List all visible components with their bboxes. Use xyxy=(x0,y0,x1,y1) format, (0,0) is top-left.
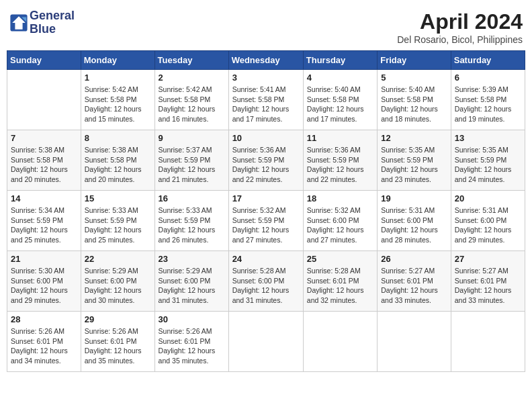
day-info: Sunrise: 5:42 AM Sunset: 5:58 PM Dayligh… xyxy=(85,85,151,124)
calendar-cell: 21Sunrise: 5:30 AM Sunset: 6:00 PM Dayli… xyxy=(7,251,81,312)
calendar-cell xyxy=(228,312,303,372)
calendar-table: SundayMondayTuesdayWednesdayThursdayFrid… xyxy=(7,50,525,372)
location: Del Rosario, Bicol, Philippines xyxy=(397,34,523,45)
day-number: 28 xyxy=(11,314,77,324)
day-info: Sunrise: 5:27 AM Sunset: 6:01 PM Dayligh… xyxy=(381,266,447,306)
day-number: 25 xyxy=(307,254,373,264)
day-number: 18 xyxy=(307,193,373,203)
day-number: 9 xyxy=(159,133,225,143)
logo-line2: Blue xyxy=(30,23,75,36)
calendar-cell: 11Sunrise: 5:36 AM Sunset: 5:59 PM Dayli… xyxy=(303,130,377,191)
day-info: Sunrise: 5:28 AM Sunset: 6:00 PM Dayligh… xyxy=(232,266,300,306)
day-number: 16 xyxy=(159,193,225,203)
calendar-cell: 28Sunrise: 5:26 AM Sunset: 6:01 PM Dayli… xyxy=(7,312,81,372)
day-number: 13 xyxy=(455,133,521,143)
weekday-header: Monday xyxy=(81,51,154,70)
calendar-cell: 23Sunrise: 5:29 AM Sunset: 6:00 PM Dayli… xyxy=(154,251,228,312)
day-number: 10 xyxy=(232,133,300,143)
day-info: Sunrise: 5:35 AM Sunset: 5:59 PM Dayligh… xyxy=(455,145,521,185)
day-info: Sunrise: 5:31 AM Sunset: 6:00 PM Dayligh… xyxy=(455,205,521,245)
day-number: 14 xyxy=(11,193,77,203)
day-number: 29 xyxy=(85,314,151,324)
day-info: Sunrise: 5:37 AM Sunset: 5:59 PM Dayligh… xyxy=(159,145,225,185)
weekday-header: Wednesday xyxy=(228,51,303,70)
month-title: April 2024 xyxy=(397,9,523,34)
calendar-week-row: 28Sunrise: 5:26 AM Sunset: 6:01 PM Dayli… xyxy=(7,312,525,372)
weekday-header: Friday xyxy=(378,51,451,70)
day-info: Sunrise: 5:41 AM Sunset: 5:58 PM Dayligh… xyxy=(232,85,300,124)
day-info: Sunrise: 5:29 AM Sunset: 6:00 PM Dayligh… xyxy=(159,266,225,306)
day-number: 2 xyxy=(159,73,225,83)
day-info: Sunrise: 5:34 AM Sunset: 5:59 PM Dayligh… xyxy=(11,205,77,245)
calendar-week-row: 7Sunrise: 5:38 AM Sunset: 5:58 PM Daylig… xyxy=(7,130,525,191)
calendar-cell: 30Sunrise: 5:26 AM Sunset: 6:01 PM Dayli… xyxy=(154,312,228,372)
day-info: Sunrise: 5:33 AM Sunset: 5:59 PM Dayligh… xyxy=(159,205,225,245)
day-info: Sunrise: 5:39 AM Sunset: 5:58 PM Dayligh… xyxy=(455,85,521,124)
calendar-cell: 4Sunrise: 5:40 AM Sunset: 5:58 PM Daylig… xyxy=(303,70,377,130)
day-number: 20 xyxy=(455,193,521,203)
calendar-cell: 15Sunrise: 5:33 AM Sunset: 5:59 PM Dayli… xyxy=(81,191,154,251)
day-info: Sunrise: 5:35 AM Sunset: 5:59 PM Dayligh… xyxy=(381,145,447,185)
calendar-cell: 18Sunrise: 5:32 AM Sunset: 6:00 PM Dayli… xyxy=(303,191,377,251)
calendar-cell: 25Sunrise: 5:28 AM Sunset: 6:01 PM Dayli… xyxy=(303,251,377,312)
calendar-cell: 27Sunrise: 5:27 AM Sunset: 6:01 PM Dayli… xyxy=(451,251,525,312)
day-number: 22 xyxy=(85,254,151,264)
day-number: 17 xyxy=(232,193,300,203)
weekday-header: Sunday xyxy=(7,51,81,70)
calendar-cell: 20Sunrise: 5:31 AM Sunset: 6:00 PM Dayli… xyxy=(451,191,525,251)
day-number: 6 xyxy=(455,73,521,83)
calendar-cell: 7Sunrise: 5:38 AM Sunset: 5:58 PM Daylig… xyxy=(7,130,81,191)
day-number: 8 xyxy=(85,133,151,143)
calendar-cell xyxy=(451,312,525,372)
weekday-header: Tuesday xyxy=(154,51,228,70)
day-info: Sunrise: 5:27 AM Sunset: 6:01 PM Dayligh… xyxy=(455,266,521,306)
day-number: 11 xyxy=(307,133,373,143)
calendar-cell xyxy=(7,70,81,130)
day-number: 15 xyxy=(85,193,151,203)
calendar-cell: 6Sunrise: 5:39 AM Sunset: 5:58 PM Daylig… xyxy=(451,70,525,130)
day-info: Sunrise: 5:40 AM Sunset: 5:58 PM Dayligh… xyxy=(307,85,373,124)
day-info: Sunrise: 5:36 AM Sunset: 5:59 PM Dayligh… xyxy=(232,145,300,185)
calendar-cell: 22Sunrise: 5:29 AM Sunset: 6:00 PM Dayli… xyxy=(81,251,154,312)
day-info: Sunrise: 5:38 AM Sunset: 5:58 PM Dayligh… xyxy=(85,145,151,185)
day-info: Sunrise: 5:32 AM Sunset: 6:00 PM Dayligh… xyxy=(307,205,373,245)
day-number: 26 xyxy=(381,254,447,264)
day-number: 21 xyxy=(11,254,77,264)
day-number: 12 xyxy=(381,133,447,143)
weekday-header: Thursday xyxy=(303,51,377,70)
calendar-cell: 13Sunrise: 5:35 AM Sunset: 5:59 PM Dayli… xyxy=(451,130,525,191)
day-info: Sunrise: 5:29 AM Sunset: 6:00 PM Dayligh… xyxy=(85,266,151,306)
calendar-cell: 10Sunrise: 5:36 AM Sunset: 5:59 PM Dayli… xyxy=(228,130,303,191)
day-info: Sunrise: 5:32 AM Sunset: 5:59 PM Dayligh… xyxy=(232,205,300,245)
calendar-week-row: 14Sunrise: 5:34 AM Sunset: 5:59 PM Dayli… xyxy=(7,191,525,251)
calendar-cell: 14Sunrise: 5:34 AM Sunset: 5:59 PM Dayli… xyxy=(7,191,81,251)
calendar-cell: 2Sunrise: 5:42 AM Sunset: 5:58 PM Daylig… xyxy=(154,70,228,130)
day-number: 19 xyxy=(381,193,447,203)
day-number: 30 xyxy=(159,314,225,324)
calendar-cell: 16Sunrise: 5:33 AM Sunset: 5:59 PM Dayli… xyxy=(154,191,228,251)
day-number: 3 xyxy=(232,73,300,83)
calendar-cell: 29Sunrise: 5:26 AM Sunset: 6:01 PM Dayli… xyxy=(81,312,154,372)
day-number: 5 xyxy=(381,73,447,83)
page-header: General Blue April 2024 Del Rosario, Bic… xyxy=(7,7,525,45)
calendar-cell: 17Sunrise: 5:32 AM Sunset: 5:59 PM Dayli… xyxy=(228,191,303,251)
day-info: Sunrise: 5:36 AM Sunset: 5:59 PM Dayligh… xyxy=(307,145,373,185)
calendar-week-row: 1Sunrise: 5:42 AM Sunset: 5:58 PM Daylig… xyxy=(7,70,525,130)
day-info: Sunrise: 5:28 AM Sunset: 6:01 PM Dayligh… xyxy=(307,266,373,306)
day-info: Sunrise: 5:33 AM Sunset: 5:59 PM Dayligh… xyxy=(85,205,151,245)
calendar-cell: 9Sunrise: 5:37 AM Sunset: 5:59 PM Daylig… xyxy=(154,130,228,191)
calendar-cell: 12Sunrise: 5:35 AM Sunset: 5:59 PM Dayli… xyxy=(378,130,451,191)
day-info: Sunrise: 5:40 AM Sunset: 5:58 PM Dayligh… xyxy=(381,85,447,124)
calendar-cell: 1Sunrise: 5:42 AM Sunset: 5:58 PM Daylig… xyxy=(81,70,154,130)
day-info: Sunrise: 5:42 AM Sunset: 5:58 PM Dayligh… xyxy=(159,85,225,124)
title-block: April 2024 Del Rosario, Bicol, Philippin… xyxy=(397,9,523,45)
day-number: 7 xyxy=(11,133,77,143)
calendar-cell xyxy=(303,312,377,372)
day-info: Sunrise: 5:26 AM Sunset: 6:01 PM Dayligh… xyxy=(159,326,225,366)
day-info: Sunrise: 5:31 AM Sunset: 6:00 PM Dayligh… xyxy=(381,205,447,245)
calendar-cell: 19Sunrise: 5:31 AM Sunset: 6:00 PM Dayli… xyxy=(378,191,451,251)
calendar-header-row: SundayMondayTuesdayWednesdayThursdayFrid… xyxy=(7,51,525,70)
day-number: 4 xyxy=(307,73,373,83)
calendar-cell: 8Sunrise: 5:38 AM Sunset: 5:58 PM Daylig… xyxy=(81,130,154,191)
day-number: 23 xyxy=(159,254,225,264)
